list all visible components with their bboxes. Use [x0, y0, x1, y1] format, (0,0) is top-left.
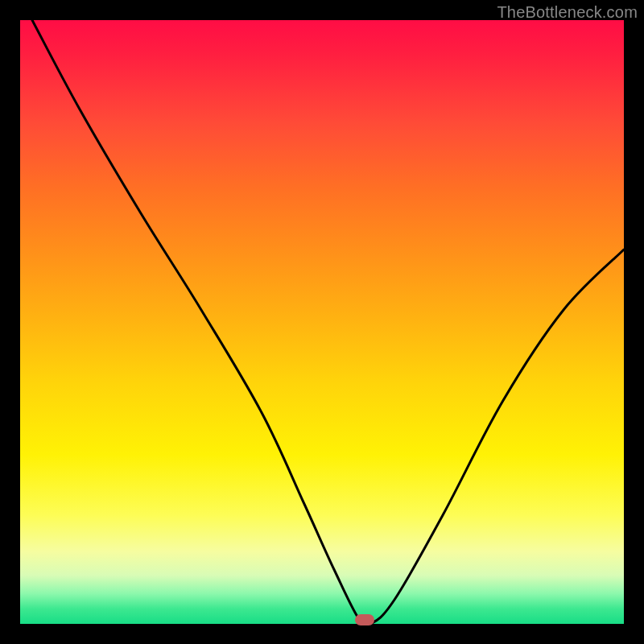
watermark-label: TheBottleneck.com: [497, 3, 638, 22]
gradient-background: [20, 20, 624, 624]
optimal-point-marker: [355, 614, 374, 625]
plot-area: [20, 20, 624, 624]
chart-frame: TheBottleneck.com: [0, 0, 644, 644]
